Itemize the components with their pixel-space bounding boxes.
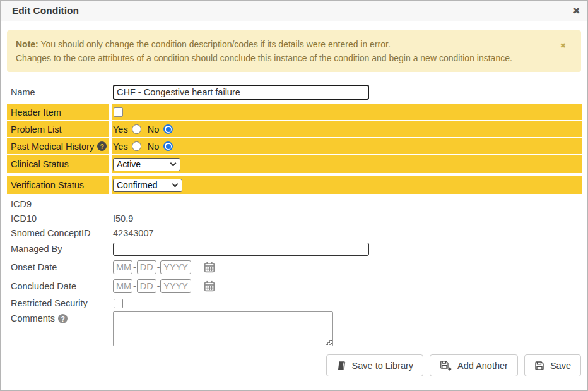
icd10-value: I50.9 [112, 212, 582, 225]
note-line-2: Changes to the core attributes of a cond… [16, 51, 556, 65]
onset-date-label: Onset Date [7, 258, 109, 276]
dialog-footer: Save to Library Add Another Save [326, 354, 581, 376]
onset-month-input[interactable] [113, 260, 132, 274]
note-dismiss-icon[interactable]: ✖ [560, 39, 566, 52]
pmh-no-label: No [148, 141, 160, 152]
verification-status-label: Verification Status [7, 176, 109, 194]
dialog-header: Edit Condition ✖ [1, 1, 587, 21]
name-input[interactable] [113, 85, 369, 100]
verification-status-select[interactable]: Confirmed [113, 179, 182, 192]
pmh-no-radio[interactable] [163, 141, 173, 151]
onset-day-input[interactable] [137, 260, 156, 274]
verification-status-row: Verification Status Confirmed [7, 176, 582, 194]
date-separator: - [133, 281, 136, 291]
save-to-library-button[interactable]: Save to Library [326, 354, 424, 376]
help-icon[interactable]: ? [58, 314, 68, 323]
pmh-yes-label: Yes [113, 141, 128, 152]
problem-list-yes-label: Yes [113, 124, 128, 135]
date-separator: - [157, 281, 160, 291]
problem-list-yes-radio[interactable] [132, 124, 141, 134]
save-to-library-label: Save to Library [352, 361, 414, 371]
icd9-label: ICD9 [7, 197, 109, 210]
date-separator: - [157, 262, 160, 272]
calendar-icon[interactable] [204, 262, 215, 273]
problem-list-label: Problem List [7, 121, 109, 137]
concluded-day-input[interactable] [137, 279, 156, 293]
onset-year-input[interactable] [160, 260, 191, 274]
icd10-label: ICD10 [7, 212, 109, 225]
restricted-security-checkbox[interactable] [114, 299, 123, 308]
managed-by-row: Managed By [7, 241, 582, 257]
managed-by-input[interactable] [113, 243, 369, 256]
clinical-status-row: Clinical Status Active [7, 155, 582, 173]
edit-condition-form: Name Header Item Problem List Yes No Pas… [7, 83, 582, 348]
managed-by-label: Managed By [7, 241, 109, 257]
past-medical-history-label: Past Medical History [11, 141, 94, 152]
comments-row: Comments ? [7, 311, 582, 348]
close-icon: ✖ [573, 6, 580, 16]
clinical-status-select[interactable]: Active [113, 158, 180, 171]
restricted-security-label: Restricted Security [7, 296, 109, 310]
add-another-button[interactable]: Add Another [430, 354, 518, 376]
comments-textarea[interactable] [113, 311, 333, 346]
name-row: Name [7, 83, 582, 102]
header-item-row: Header Item [7, 104, 582, 120]
comments-label: Comments [11, 313, 55, 323]
date-separator: - [133, 262, 136, 272]
past-medical-history-row: Past Medical History ? Yes No [7, 138, 582, 154]
book-icon [336, 361, 346, 371]
snomed-value: 42343007 [112, 226, 582, 239]
problem-list-no-label: No [148, 124, 160, 135]
help-icon[interactable]: ? [97, 141, 107, 151]
concluded-month-input[interactable] [113, 279, 132, 293]
problem-list-row: Problem List Yes No [7, 121, 582, 137]
calendar-icon[interactable] [204, 280, 215, 292]
save-plus-icon [440, 360, 452, 371]
clinical-status-label: Clinical Status [7, 155, 109, 173]
note-line-1: Note: You should only change the conditi… [16, 37, 556, 51]
concluded-year-input[interactable] [160, 279, 191, 293]
note-prefix: Note: [16, 39, 38, 49]
snomed-row: Snomed ConceptID 42343007 [7, 226, 582, 239]
close-button[interactable]: ✖ [565, 1, 587, 21]
onset-date-row: Onset Date - - [7, 258, 582, 276]
icd10-row: ICD10 I50.9 [7, 212, 582, 225]
note-banner: Note: You should only change the conditi… [7, 30, 581, 72]
header-item-checkbox[interactable] [114, 107, 123, 117]
name-label: Name [7, 83, 109, 102]
icd9-row: ICD9 [7, 197, 582, 210]
save-label: Save [550, 361, 571, 371]
concluded-date-label: Concluded Date [7, 277, 109, 295]
save-button[interactable]: Save [524, 354, 581, 376]
restricted-security-row: Restricted Security [7, 296, 582, 310]
add-another-label: Add Another [457, 361, 508, 371]
pmh-yes-radio[interactable] [132, 141, 141, 151]
concluded-date-row: Concluded Date - - [7, 277, 582, 295]
header-item-label: Header Item [7, 104, 109, 120]
snomed-label: Snomed ConceptID [7, 226, 109, 239]
icd9-value [112, 197, 582, 210]
problem-list-no-radio[interactable] [163, 124, 173, 134]
save-icon [534, 361, 544, 371]
dialog-title: Edit Condition [1, 1, 565, 21]
